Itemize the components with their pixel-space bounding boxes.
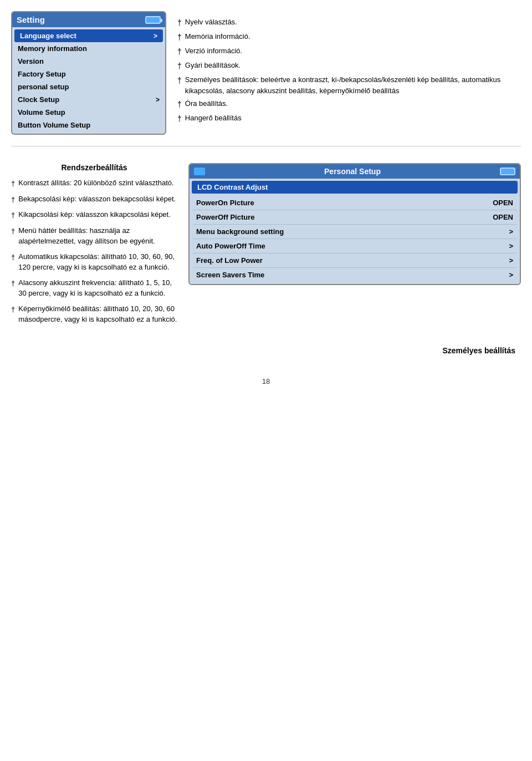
dagger-icon: †	[11, 178, 15, 189]
personal-active-row[interactable]: LCD Contrast Adjust	[192, 181, 518, 194]
personal-menu-item-lowpower[interactable]: Freq. of Low Power >	[193, 253, 516, 268]
menu-item-version[interactable]: Version	[12, 55, 165, 68]
menu-item-clock[interactable]: Clock Setup >	[12, 93, 165, 106]
sys-text: Kontraszt állítás: 20 különböző szint vá…	[18, 177, 173, 189]
sys-item-7: † Képernyőkímélő beállítás: állítható 10…	[11, 303, 177, 325]
menu-item-label: Button Volume Setup	[18, 121, 90, 129]
item-value: OPEN	[493, 199, 513, 207]
personal-menu-item-autopoweroff[interactable]: Auto PowerOff Time >	[193, 239, 516, 253]
battery-icon	[500, 168, 515, 175]
personal-title-bar: Personal Setup	[190, 164, 520, 179]
footer-label: Személyes beállítás	[11, 346, 521, 355]
item-label: Screen Savers Time	[196, 271, 264, 279]
desc-item-3: † Verzió információ.	[177, 45, 521, 58]
dagger-icon: †	[11, 194, 15, 205]
dagger-icon: †	[11, 226, 15, 237]
setting-title: Setting	[17, 15, 45, 24]
sys-item-2: † Bekapcsolási kép: válasszon bekapcsolá…	[11, 194, 177, 205]
personal-setup-panel: Personal Setup LCD Contrast Adjust Power…	[188, 163, 521, 285]
sys-text: Alacsony akkuszint frekvencia: állítható…	[18, 277, 177, 299]
menu-item-label: Volume Setup	[18, 108, 65, 116]
blue-square-icon	[194, 168, 205, 175]
desc-item-6: † Óra beállítás.	[177, 98, 521, 110]
dagger-icon: †	[177, 75, 182, 87]
dagger-icon: †	[177, 60, 182, 72]
sys-item-6: † Alacsony akkuszint frekvencia: állítha…	[11, 277, 177, 299]
item-label: PowerOn Picture	[196, 199, 254, 207]
menu-item-volume[interactable]: Volume Setup	[12, 106, 165, 119]
system-settings-title: Rendszerbeállítás	[11, 163, 177, 172]
dagger-icon: †	[177, 46, 182, 58]
dagger-icon: †	[177, 113, 182, 125]
personal-menu: PowerOn Picture OPEN PowerOff Picture OP…	[190, 194, 520, 284]
menu-item-personal[interactable]: personal setup	[12, 80, 165, 93]
desc-item-5: † Személyes beállítások: beleértve a kon…	[177, 74, 521, 96]
desc-text: Nyelv választás.	[185, 17, 237, 28]
page-number: 18	[11, 377, 521, 385]
desc-text: Memória információ.	[185, 31, 250, 42]
item-value: >	[509, 227, 513, 236]
setting-menu: Language select > Memory information Ver…	[12, 27, 165, 134]
desc-text: Verzió információ.	[185, 45, 242, 57]
sys-item-5: † Automatikus kikapcsolás: állítható 10,…	[11, 251, 177, 273]
personal-menu-item-poweron[interactable]: PowerOn Picture OPEN	[193, 196, 516, 210]
desc-item-2: † Memória információ.	[177, 31, 521, 43]
dagger-icon: †	[11, 210, 15, 221]
item-value: >	[509, 242, 513, 250]
top-section: Setting Language select > Memory informa…	[11, 11, 521, 135]
desc-item-1: † Nyelv választás.	[177, 17, 521, 29]
item-value: >	[509, 271, 513, 279]
sys-text: Menü háttér beállítás: használja az alap…	[18, 225, 177, 247]
sys-text: Automatikus kikapcsolás: állítható 10, 3…	[18, 251, 177, 273]
item-value: >	[509, 256, 513, 265]
personal-menu-item-bg[interactable]: Menu background setting >	[193, 225, 516, 239]
sys-text: Képernyőkímélő beállítás: állítható 10, …	[18, 303, 177, 325]
menu-item-label: Clock Setup	[18, 95, 59, 104]
desc-text: Hangerő beállítás	[185, 113, 242, 124]
item-label: Freq. of Low Power	[196, 256, 263, 265]
desc-text: Gyári beállítások.	[185, 60, 241, 71]
dagger-icon: †	[177, 17, 182, 29]
dagger-icon: †	[177, 99, 182, 110]
sys-text: Kikapcsolási kép: válasszon kikapcsolási…	[18, 209, 171, 220]
menu-item-button-volume[interactable]: Button Volume Setup	[12, 119, 165, 131]
menu-item-label: Factory Setup	[18, 70, 66, 78]
menu-arrow: >	[154, 32, 157, 40]
page-container: Setting Language select > Memory informa…	[0, 0, 532, 761]
personal-title: Personal Setup	[324, 167, 381, 176]
dagger-icon: †	[11, 278, 15, 289]
desc-text: Személyes beállítások: beleértve a kontr…	[185, 74, 521, 96]
right-description: † Nyelv választás. † Memória információ.…	[177, 11, 521, 127]
sys-item-1: † Kontraszt állítás: 20 különböző szint …	[11, 177, 177, 189]
menu-item-label: Memory information	[18, 44, 87, 53]
active-item-label: LCD Contrast Adjust	[197, 183, 268, 191]
divider	[11, 146, 521, 146]
sys-item-4: † Menü háttér beállítás: használja az al…	[11, 225, 177, 247]
item-value: OPEN	[493, 213, 513, 221]
menu-arrow: >	[156, 96, 160, 104]
desc-item-7: † Hangerő beállítás	[177, 113, 521, 125]
dagger-icon: †	[11, 252, 15, 263]
menu-item-language[interactable]: Language select >	[14, 29, 163, 42]
menu-item-label: personal setup	[18, 83, 69, 91]
sys-item-3: † Kikapcsolási kép: válasszon kikapcsolá…	[11, 209, 177, 221]
desc-text: Óra beállítás.	[185, 98, 228, 109]
item-label: Menu background setting	[196, 227, 284, 236]
system-settings-description: Rendszerbeállítás † Kontraszt állítás: 2…	[11, 163, 177, 329]
dagger-icon: †	[177, 32, 182, 43]
battery-icon	[145, 16, 161, 24]
middle-section: Rendszerbeállítás † Kontraszt állítás: 2…	[11, 163, 521, 329]
setting-title-bar: Setting	[12, 12, 165, 27]
sys-text: Bekapcsolási kép: válasszon bekapcsolási…	[18, 194, 176, 205]
item-label: PowerOff Picture	[196, 213, 254, 221]
item-label: Auto PowerOff Time	[196, 242, 265, 250]
desc-item-4: † Gyári beállítások.	[177, 60, 521, 72]
menu-item-memory[interactable]: Memory information	[12, 42, 165, 55]
menu-item-label: Version	[18, 57, 44, 65]
dagger-icon: †	[11, 304, 15, 315]
personal-menu-item-poweroff[interactable]: PowerOff Picture OPEN	[193, 210, 516, 225]
menu-item-factory[interactable]: Factory Setup	[12, 68, 165, 80]
menu-item-label: Language select	[20, 32, 76, 40]
personal-menu-item-screensaver[interactable]: Screen Savers Time >	[193, 268, 516, 282]
setting-panel: Setting Language select > Memory informa…	[11, 11, 166, 135]
